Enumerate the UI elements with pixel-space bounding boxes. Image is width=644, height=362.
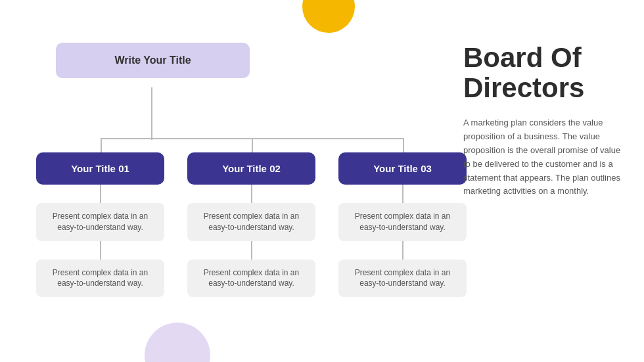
- text-box-3b: Present complex data in an easy-to-under…: [338, 260, 467, 298]
- heading: Board Of Directors: [463, 43, 621, 103]
- line-v-3a: [402, 185, 403, 203]
- text-2a: Present complex data in an easy-to-under…: [204, 212, 299, 232]
- org-chart: Write Your Title Your Title 01 Present c…: [36, 36, 476, 358]
- root-label: Write Your Title: [114, 55, 191, 66]
- text-3a: Present complex data in an easy-to-under…: [355, 212, 450, 232]
- column-2: Your Title 02 Present complex data in an…: [187, 152, 315, 297]
- line-v-2b: [251, 241, 252, 260]
- line-v-2a: [251, 185, 252, 203]
- title-2-label: Your Title 02: [222, 163, 281, 174]
- title-1-label: Your Title 01: [71, 163, 129, 174]
- description-text: A marketing plan considers the value pro…: [463, 116, 621, 198]
- column-3: Your Title 03 Present complex data in an…: [338, 152, 467, 297]
- line-v-1a: [100, 185, 101, 203]
- text-3b: Present complex data in an easy-to-under…: [355, 268, 450, 288]
- text-box-2b: Present complex data in an easy-to-under…: [187, 260, 315, 298]
- title-3-label: Your Title 03: [373, 163, 432, 174]
- v-drop-line-2: [252, 138, 253, 152]
- line-v-1b: [100, 241, 101, 260]
- text-box-1a: Present complex data in an easy-to-under…: [36, 203, 164, 241]
- title-box-2: Your Title 02: [187, 152, 315, 185]
- heading-line2: Directors: [463, 72, 584, 103]
- column-1: Your Title 01 Present complex data in an…: [36, 152, 164, 297]
- text-1a: Present complex data in an easy-to-under…: [53, 212, 148, 232]
- heading-line1: Board Of: [463, 42, 582, 73]
- title-box-1: Your Title 01: [36, 152, 164, 185]
- line-v-3b: [402, 241, 403, 260]
- text-box-2a: Present complex data in an easy-to-under…: [187, 203, 315, 241]
- right-panel: Board Of Directors A marketing plan cons…: [463, 43, 621, 198]
- decorative-circle-top: [302, 0, 355, 33]
- root-box: Write Your Title: [56, 43, 250, 78]
- v-drop-line-3: [403, 138, 404, 152]
- v-drop-line-1: [101, 138, 102, 152]
- title-box-3: Your Title 03: [338, 152, 467, 185]
- text-box-1b: Present complex data in an easy-to-under…: [36, 260, 164, 298]
- text-2b: Present complex data in an easy-to-under…: [204, 268, 299, 288]
- text-box-3a: Present complex data in an easy-to-under…: [338, 203, 467, 241]
- text-1b: Present complex data in an easy-to-under…: [53, 268, 148, 288]
- root-connector-line: [151, 87, 152, 140]
